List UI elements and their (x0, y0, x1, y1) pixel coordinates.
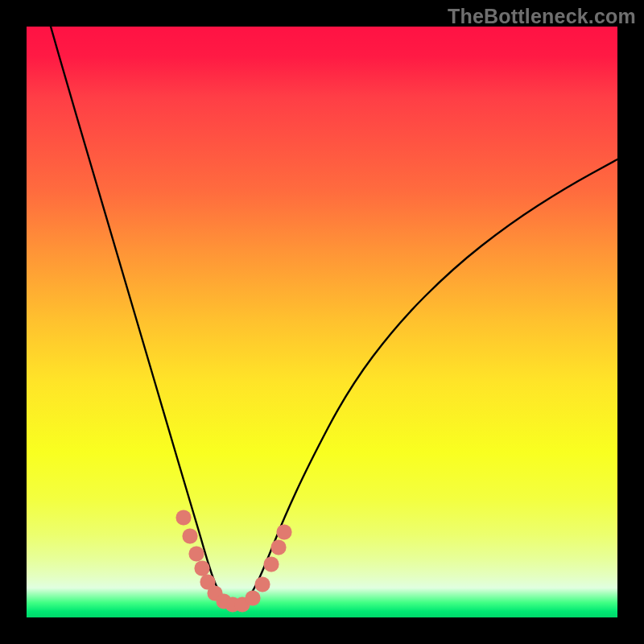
chart-stage: TheBottleneck.com (0, 0, 644, 644)
bead-point (195, 561, 210, 576)
plot-area (27, 27, 617, 617)
bead-layer (27, 27, 617, 617)
bead-point (264, 557, 279, 572)
bead-point (277, 525, 292, 540)
watermark-text: TheBottleneck.com (448, 5, 636, 28)
bead-point (189, 547, 204, 562)
bead-point (271, 540, 287, 555)
bead-group (176, 510, 292, 613)
bead-point (176, 510, 192, 526)
bead-point (255, 577, 270, 592)
bead-point (246, 591, 261, 606)
bead-point (183, 529, 198, 544)
